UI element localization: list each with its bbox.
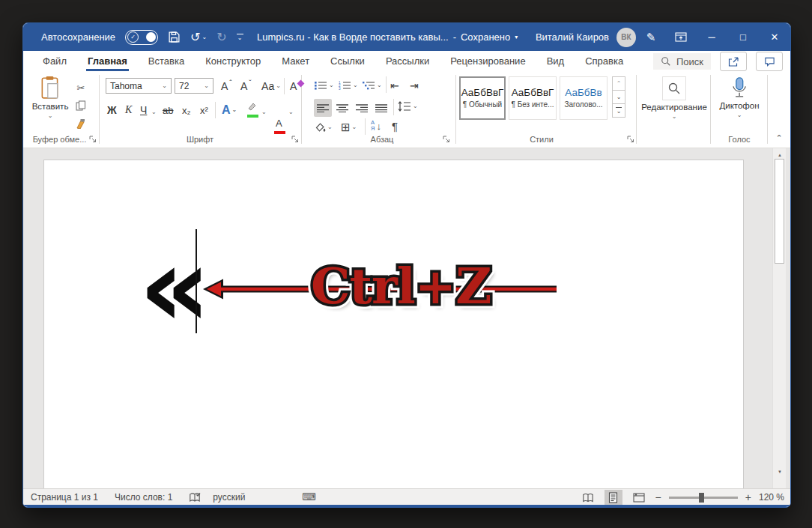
print-layout-button[interactable] — [605, 490, 622, 505]
font-color-dropdown-icon[interactable]: ⌄ — [288, 109, 294, 115]
save-icon[interactable] — [168, 31, 181, 43]
dictate-button[interactable]: Диктофон ⌄ — [714, 76, 765, 118]
zoom-slider[interactable] — [669, 497, 738, 499]
bold-button[interactable]: Ж — [106, 102, 118, 118]
customize-quick-access-button[interactable]: ⌄ — [237, 34, 243, 41]
shrink-font-button[interactable]: А ˇ — [239, 78, 253, 94]
shading-button[interactable]: ⌄ — [314, 120, 333, 135]
collapse-ribbon-button[interactable]: ⌃ — [772, 132, 786, 144]
autosave-toggle[interactable]: ✓ — [125, 30, 158, 45]
change-case-button[interactable]: Аа ⌄ — [260, 78, 282, 94]
search-input[interactable]: Поиск — [653, 53, 711, 70]
saved-status-dropdown[interactable]: Сохранено — [461, 31, 510, 43]
vertical-scrollbar[interactable]: ▲ ▼ — [772, 148, 786, 488]
web-layout-button[interactable] — [630, 490, 648, 505]
share-button[interactable] — [720, 52, 747, 71]
page-indicator[interactable]: Страница 1 из 1 — [31, 492, 98, 503]
caret-up-mark: ˆ — [229, 79, 231, 88]
text-effects-button[interactable]: А ⌄ — [220, 102, 238, 118]
redo-button[interactable]: ↻ — [216, 23, 226, 51]
line-spacing-button[interactable]: ⌄ — [398, 99, 418, 114]
keyboard-indicator-icon[interactable]: ⌨ — [302, 491, 316, 503]
scroll-down-button[interactable]: ▼ — [773, 466, 787, 478]
editing-button[interactable]: Редактирование ⌄ — [640, 76, 708, 120]
copy-button[interactable] — [73, 97, 89, 114]
styles-scroll-up-button[interactable]: ⌃ — [612, 76, 625, 91]
zoom-out-button[interactable]: − — [655, 491, 661, 503]
group-separator — [767, 75, 768, 144]
justify-button[interactable] — [372, 99, 390, 117]
avatar[interactable]: ВК — [616, 28, 636, 47]
proofing-status-button[interactable] — [189, 492, 201, 503]
maximize-button[interactable]: □ — [727, 23, 759, 51]
sort-button[interactable]: А Я ↓ — [371, 118, 381, 133]
close-button[interactable]: ✕ — [759, 23, 790, 51]
tab-review[interactable]: Рецензирование — [440, 51, 536, 72]
ink-pen-button[interactable]: ✎ — [636, 23, 666, 51]
paste-button[interactable]: Вставить ⌄ — [29, 76, 71, 133]
italic-button[interactable]: К — [124, 102, 133, 118]
chevron-down-icon: ⌄ — [48, 113, 53, 119]
decrease-indent-button[interactable]: ⇤ — [390, 78, 399, 93]
zoom-level[interactable]: 120 % — [759, 492, 784, 503]
undo-button[interactable]: ↺ ⌄ — [190, 23, 207, 51]
user-name[interactable]: Виталий Каиров — [536, 31, 609, 43]
borders-button[interactable]: ⊞ ⌄ — [341, 120, 357, 135]
read-mode-button[interactable] — [579, 490, 597, 505]
tab-help[interactable]: Справка — [575, 51, 634, 72]
eraser-icon — [297, 79, 305, 87]
paragraph-dialog-launcher-icon[interactable] — [443, 136, 450, 143]
format-painter-button[interactable] — [73, 115, 89, 132]
tab-home[interactable]: Главная — [77, 51, 138, 72]
document-title[interactable]: Lumpics.ru - Как в Ворде поставить кавы.… — [257, 31, 449, 43]
font-dialog-launcher-icon[interactable] — [291, 136, 299, 143]
cut-button[interactable]: ✂ — [73, 79, 89, 96]
tab-references[interactable]: Ссылки — [320, 51, 375, 72]
paragraph-group-label: Абзац — [309, 135, 455, 144]
ribbon-display-options-button[interactable] — [666, 23, 696, 51]
style-normal[interactable]: АаБбВвГ ¶ Обычный — [459, 76, 506, 120]
align-right-button[interactable] — [353, 99, 371, 117]
styles-more-button[interactable]: ⌄ — [612, 103, 625, 118]
language-indicator[interactable]: русский — [213, 492, 245, 503]
text-highlight-button[interactable] — [246, 102, 262, 118]
increase-indent-button[interactable]: ⇥ — [410, 78, 419, 93]
underline-dropdown-icon[interactable]: ⌄ — [151, 109, 157, 115]
document-page[interactable]: « Ctrl+Z Ctrl+Z Ctrl+Z — [43, 160, 744, 488]
grow-font-button[interactable]: А ˆ — [219, 78, 234, 94]
clipboard-dialog-launcher-icon[interactable] — [89, 136, 97, 143]
tab-insert[interactable]: Вставка — [138, 51, 195, 72]
numbering-button[interactable]: 123 ⌄ — [338, 78, 358, 93]
align-left-button[interactable] — [314, 99, 332, 117]
tab-layout[interactable]: Макет — [271, 51, 320, 72]
tab-view[interactable]: Вид — [536, 51, 575, 72]
bullets-button[interactable]: ⌄ — [314, 78, 334, 93]
font-color-button[interactable]: А — [273, 118, 289, 135]
font-size-select[interactable]: 72 ⌄ — [175, 78, 213, 94]
minimize-button[interactable]: ─ — [696, 23, 727, 51]
styles-scroll-down-button[interactable]: ⌄ — [612, 90, 625, 104]
comments-button[interactable] — [756, 52, 783, 71]
highlight-dropdown-icon[interactable]: ⌄ — [261, 109, 267, 115]
check-icon: ✓ — [127, 31, 139, 43]
subscript-button[interactable]: x₂ — [181, 102, 193, 118]
scrollbar-thumb[interactable] — [775, 159, 784, 264]
word-count[interactable]: Число слов: 1 — [115, 492, 172, 503]
strikethrough-button[interactable]: ab — [161, 102, 175, 118]
clear-formatting-button[interactable]: А — [288, 78, 305, 94]
tab-mailings[interactable]: Рассылки — [375, 51, 440, 72]
tab-design[interactable]: Конструктор — [195, 51, 271, 72]
superscript-button[interactable]: x² — [199, 102, 210, 118]
show-paragraph-marks-button[interactable]: ¶ — [392, 118, 398, 133]
styles-dialog-launcher-icon[interactable] — [627, 136, 634, 143]
font-family-select[interactable]: Tahoma ⌄ — [106, 78, 172, 94]
window-title: Lumpics.ru - Как в Ворде поставить кавы.… — [257, 23, 518, 51]
underline-button[interactable]: Ч — [139, 102, 148, 118]
align-center-button[interactable] — [333, 99, 351, 117]
tab-file[interactable]: Файл — [32, 51, 77, 72]
style-heading1[interactable]: АаБбВв Заголово... — [560, 76, 608, 120]
multilevel-list-button[interactable]: ⌄ — [362, 78, 382, 93]
style-no-spacing[interactable]: АаБбВвГ ¶ Без инте... — [509, 76, 557, 120]
zoom-in-button[interactable]: + — [745, 491, 751, 503]
zoom-slider-handle[interactable] — [699, 493, 704, 503]
